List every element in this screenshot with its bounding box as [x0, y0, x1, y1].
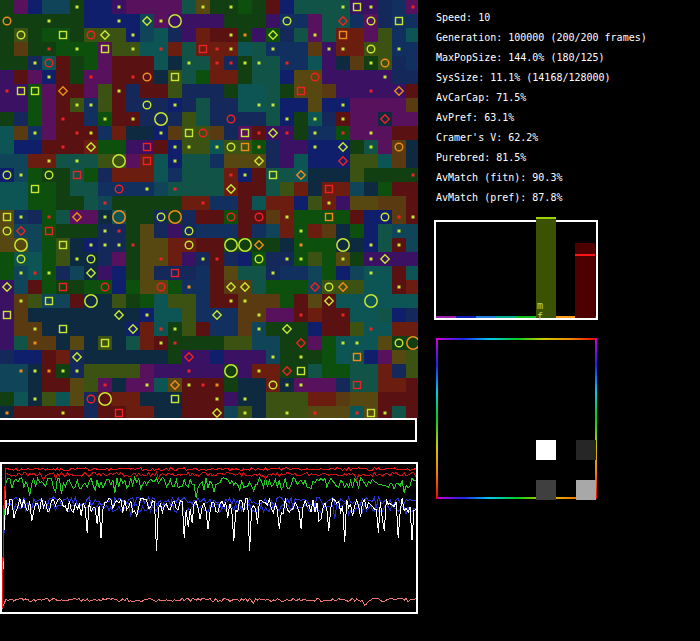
world-cell	[378, 224, 392, 238]
world-cell	[112, 280, 126, 294]
history-series-pink-low	[2, 598, 416, 609]
world-cell	[322, 140, 336, 154]
world-cell	[308, 0, 322, 14]
world-cell	[294, 126, 308, 140]
agent-dot	[34, 272, 37, 275]
world-cell	[56, 126, 70, 140]
world-cell	[364, 42, 378, 56]
world-cell	[350, 350, 364, 364]
world-cell	[70, 378, 84, 392]
world-cell	[224, 98, 238, 112]
world-cell	[140, 322, 154, 336]
world-cell	[336, 210, 350, 224]
world-cell	[308, 294, 322, 308]
world-cell	[392, 28, 406, 42]
world-cell	[378, 168, 392, 182]
world-cell	[28, 0, 42, 14]
world-cell	[350, 238, 364, 252]
world-cell	[350, 70, 364, 84]
world-cell	[322, 350, 336, 364]
world-cell	[168, 406, 182, 418]
agent-dot	[244, 34, 247, 37]
world-cell	[322, 336, 336, 350]
agent-dot	[384, 76, 387, 79]
world-cell	[350, 224, 364, 238]
agent-dot	[48, 370, 51, 373]
world-cell	[182, 308, 196, 322]
world-cell	[154, 154, 168, 168]
world-cell	[308, 350, 322, 364]
agent-dot	[356, 412, 359, 415]
agent-dot	[398, 48, 401, 51]
agent-dot	[412, 216, 415, 219]
world-cell	[98, 350, 112, 364]
world-cell	[350, 42, 364, 56]
world-cell	[406, 280, 418, 294]
world-cell	[266, 182, 280, 196]
history-series-red-upper	[2, 468, 416, 609]
world-cell	[294, 84, 308, 98]
world-cell	[224, 196, 238, 210]
world-cell	[336, 28, 350, 42]
world-cell	[336, 392, 350, 406]
world-grid-canvas	[0, 0, 418, 418]
agent-dot	[62, 118, 65, 121]
world-cell	[168, 70, 182, 84]
world-cell	[406, 224, 418, 238]
world-cell	[378, 336, 392, 350]
world-cell	[112, 168, 126, 182]
history-chart-panel	[0, 462, 418, 614]
world-cell	[364, 98, 378, 112]
world-cell	[56, 224, 70, 238]
world-cell	[196, 210, 210, 224]
agent-dot	[62, 146, 65, 149]
world-cell	[294, 70, 308, 84]
world-cell	[378, 378, 392, 392]
world-cell	[98, 42, 112, 56]
world-cell	[280, 42, 294, 56]
world-cell	[112, 70, 126, 84]
world-cell	[238, 364, 252, 378]
world-cell	[266, 378, 280, 392]
world-cell	[84, 28, 98, 42]
world-cell	[336, 378, 350, 392]
world-cell	[0, 70, 14, 84]
world-cell	[392, 308, 406, 322]
world-cell	[42, 308, 56, 322]
world-cell	[182, 336, 196, 350]
world-cell	[378, 266, 392, 280]
world-cell	[28, 406, 42, 418]
world-cell	[322, 70, 336, 84]
world-cell	[0, 196, 14, 210]
world-cell	[322, 224, 336, 238]
world-cell	[280, 0, 294, 14]
world-cell	[252, 294, 266, 308]
world-cell	[168, 294, 182, 308]
world-cell	[168, 350, 182, 364]
agent-dot	[188, 286, 191, 289]
world-cell	[266, 308, 280, 322]
world-cell	[14, 112, 28, 126]
world-cell	[406, 364, 418, 378]
world-cell	[0, 378, 14, 392]
agent-dot	[174, 104, 177, 107]
world-cell	[14, 182, 28, 196]
world-cell	[84, 308, 98, 322]
world-cell	[14, 28, 28, 42]
world-cell	[350, 154, 364, 168]
agent-dot	[342, 342, 345, 345]
agent-dot	[104, 118, 107, 121]
world-cell	[224, 70, 238, 84]
divider-line-top	[0, 418, 417, 420]
world-cell	[350, 98, 364, 112]
world-cell	[70, 112, 84, 126]
world-cell	[28, 252, 42, 266]
world-cell	[210, 210, 224, 224]
world-cell	[350, 308, 364, 322]
world-cell	[364, 112, 378, 126]
world-cell	[294, 406, 308, 418]
world-cell	[14, 70, 28, 84]
world-cell	[56, 56, 70, 70]
world-cell	[336, 70, 350, 84]
world-cell	[56, 98, 70, 112]
